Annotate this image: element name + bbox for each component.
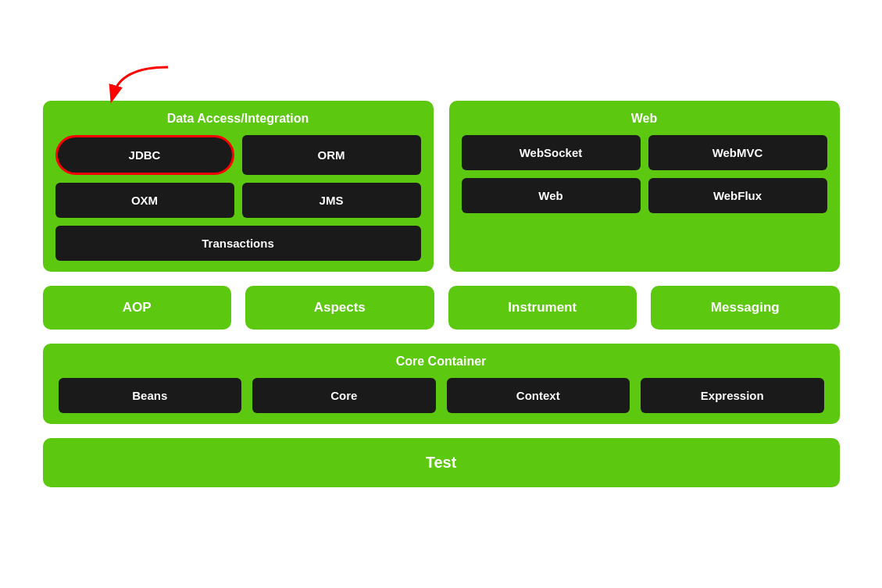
web-title: Web [462, 112, 827, 126]
jdbc-box: JDBC [55, 135, 234, 175]
core-container-panel: Core Container Beans Core Context Expres… [43, 344, 840, 424]
aspects-panel: Aspects [245, 286, 434, 330]
instrument-panel: Instrument [448, 286, 637, 330]
orm-box: ORM [242, 135, 421, 175]
row1: Data Access/Integration JDBC ORM OXM JMS… [43, 101, 840, 272]
web-box: Web [462, 178, 641, 213]
context-box: Context [447, 378, 630, 413]
beans-box: Beans [59, 378, 242, 413]
messaging-label: Messaging [711, 300, 780, 315]
aop-panel: AOP [43, 286, 232, 330]
messaging-panel: Messaging [651, 286, 840, 330]
test-panel: Test [43, 438, 840, 487]
oxm-box: OXM [55, 183, 234, 218]
diagram-container: Data Access/Integration JDBC ORM OXM JMS… [27, 85, 855, 503]
aop-label: AOP [123, 300, 152, 315]
core-box: Core [252, 378, 436, 413]
row2: AOP Aspects Instrument Messaging [43, 286, 840, 330]
webflux-box: WebFlux [648, 178, 827, 213]
expression-box: Expression [641, 378, 824, 413]
test-label: Test [426, 454, 457, 472]
data-access-panel: Data Access/Integration JDBC ORM OXM JMS… [43, 101, 434, 272]
web-panel: Web WebSocket WebMVC Web WebFlux [449, 101, 840, 272]
arrow-icon [90, 63, 184, 110]
data-access-grid: JDBC ORM OXM JMS Transactions [55, 135, 421, 261]
core-container-title: Core Container [59, 355, 824, 369]
transactions-box: Transactions [55, 226, 421, 261]
webmvc-box: WebMVC [648, 135, 827, 170]
data-access-title: Data Access/Integration [55, 112, 421, 126]
aspects-label: Aspects [314, 300, 366, 315]
instrument-label: Instrument [508, 300, 577, 315]
core-container-grid: Beans Core Context Expression [59, 378, 824, 413]
web-grid: WebSocket WebMVC Web WebFlux [462, 135, 827, 213]
jms-box: JMS [242, 183, 421, 218]
websocket-box: WebSocket [462, 135, 641, 170]
